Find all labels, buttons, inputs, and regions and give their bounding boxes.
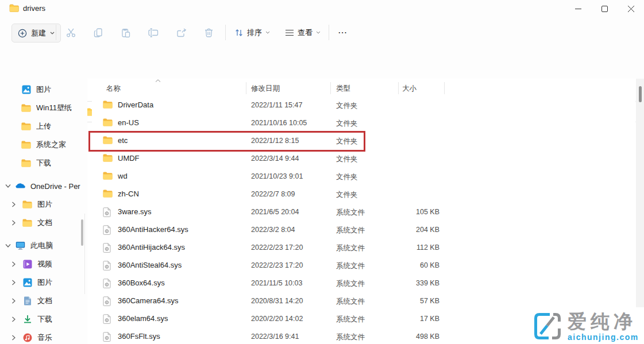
paste-button[interactable] [114,24,137,41]
rename-button[interactable] [142,24,165,41]
toolbar-separator [225,25,226,40]
sysfile-icon [103,296,113,306]
chevron-down-icon[interactable] [5,243,11,249]
file-row[interactable]: en-US2021/10/16 10:05文件夹 [92,114,635,132]
column-divider[interactable] [246,82,246,94]
chevron-down-icon[interactable] [5,183,11,189]
file-name: 360Box64.sys [118,279,165,287]
sidebar-item-label: Win11壁纸 [36,103,72,113]
file-type: 系统文件 [336,208,365,218]
sidebar-item[interactable]: 图片 [0,273,87,292]
sysfile-icon [103,225,113,235]
list-scrollbar-thumb[interactable] [639,86,642,102]
folder-icon [103,172,113,181]
sidebar-item[interactable]: 下载 [0,310,87,328]
file-date: 2022/3/2 8:04 [251,226,295,234]
sidebar-item-label: 视频 [37,259,52,269]
file-size: 60 KB [379,261,439,269]
more-button[interactable]: ⋯ [333,24,352,41]
view-lines-icon [285,29,294,37]
sidebar-item[interactable]: 此电脑 [0,237,87,255]
file-row[interactable]: wd2021/10/23 9:01文件夹 [92,168,635,185]
column-divider[interactable] [330,82,331,94]
file-name: wd [118,172,128,180]
trash-icon [204,28,214,38]
videos-icon [22,260,32,269]
view-button[interactable]: 查看 [280,24,325,41]
sidebar-item[interactable]: 系统之家 [0,136,87,154]
list-scrollbar-track[interactable] [636,79,644,307]
column-header-size[interactable]: 大小 [402,84,417,94]
chevron-right-icon[interactable] [11,316,17,322]
sidebar-item[interactable]: Win11壁纸 [0,99,87,117]
file-type: 文件夹 [336,119,358,129]
rename-icon [148,28,159,38]
sidebar-item[interactable]: 文档 [0,292,87,310]
file-row[interactable]: 360AntiSteal64.sys2022/2/23 17:20系统文件60 … [92,257,635,275]
folder-icon [21,140,31,150]
new-button[interactable]: 新建 [11,24,61,42]
chevron-right-icon[interactable] [11,261,17,267]
music-icon [22,333,32,343]
column-divider[interactable] [398,82,399,94]
file-row[interactable]: UMDF2022/3/14 9:44文件夹 [92,150,635,168]
file-row[interactable]: zh-CN2022/2/7 8:09文件夹 [92,185,635,203]
file-row[interactable]: DriverData2022/1/11 15:47文件夹 [92,96,635,114]
file-row[interactable]: 360AntiHijack64.sys2022/2/23 17:20系统文件11… [92,239,635,257]
file-row[interactable]: etc2022/1/12 8:15文件夹 [92,132,635,150]
column-header-type[interactable]: 类型 [336,84,350,94]
file-name: en-US [118,118,139,127]
computer-icon [16,241,25,251]
column-divider[interactable] [444,82,445,94]
sidebar-item[interactable]: OneDrive - Per [0,177,87,195]
sidebar-item[interactable]: 视频 [0,255,87,273]
maximize-button[interactable] [591,0,618,17]
copy-button[interactable] [87,24,110,41]
file-size: 57 KB [379,297,439,305]
file-name: zh-CN [118,190,139,198]
column-header-date[interactable]: 修改日期 [251,84,280,94]
chevron-right-icon[interactable] [11,202,17,207]
sidebar-item-label: 图片 [37,199,52,210]
sidebar-item[interactable]: 上传 [0,117,87,136]
cut-button[interactable] [59,24,82,41]
share-button[interactable] [169,24,192,41]
sidebar-item[interactable]: 图片 [0,80,87,99]
chevron-right-icon[interactable] [11,298,17,304]
delete-button[interactable] [197,24,220,41]
file-type: 系统文件 [336,261,365,271]
sidebar-item[interactable]: 下载 [0,154,87,172]
chevron-right-icon[interactable] [11,335,17,341]
file-row[interactable]: 360AntiHacker64.sys2022/3/2 8:04系统文件204 … [92,221,635,239]
file-date: 2020/8/31 14:20 [251,297,303,305]
sidebar-item-label: 上传 [36,121,51,132]
chevron-right-icon[interactable] [11,280,17,285]
file-row[interactable]: 360Camera64.sys2020/8/31 14:20系统文件57 KB [92,292,635,310]
sort-button[interactable]: 排序 [230,24,275,41]
file-size: 17 KB [379,315,439,323]
sidebar-item[interactable]: 音乐 [0,328,87,344]
sidebar-item[interactable]: 文档 [0,214,87,232]
sysfile-icon [103,279,113,288]
command-toolbar: 新建 排序 查看 ⋯ [0,17,644,48]
minimize-button[interactable] [565,0,591,17]
file-date: 2022/1/11 15:47 [251,101,302,109]
folder-icon [22,200,32,210]
chevron-right-icon[interactable] [11,220,17,226]
sysfile-icon [103,207,113,217]
file-row[interactable]: 3ware.sys2021/6/5 20:04系统文件105 KB [92,203,635,221]
sidebar-item[interactable]: 图片 [0,195,87,214]
file-size: 204 KB [379,226,439,234]
close-button[interactable] [618,0,644,17]
sysfile-icon [103,314,113,324]
sidebar-scrollbar-thumb[interactable] [81,219,83,246]
title-bar: drivers [0,0,644,17]
toolbar-separator [329,25,329,40]
sidebar-item-label: 文档 [37,296,52,306]
new-button-label: 新建 [31,28,46,38]
file-date: 2021/6/5 20:04 [251,208,299,216]
sidebar-item-label: 图片 [37,277,52,288]
column-header-name[interactable]: 名称 [106,84,121,94]
file-type: 系统文件 [336,315,365,324]
file-row[interactable]: 360Box64.sys2021/11/5 10:03系统文件339 KB [92,275,635,292]
